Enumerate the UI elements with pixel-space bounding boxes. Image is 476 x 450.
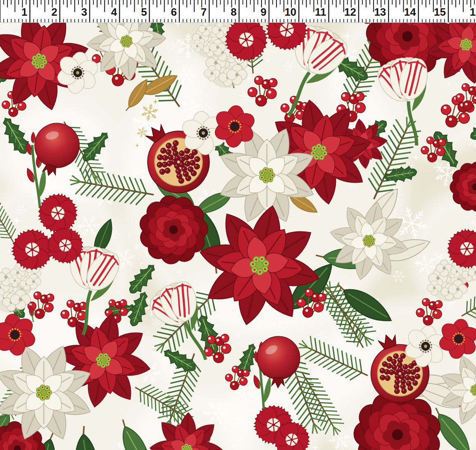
ruler-scale: 1234567891011121314151 bbox=[0, 0, 476, 23]
ruler-number: 2 bbox=[51, 6, 57, 18]
ruler-number: 15 bbox=[434, 6, 446, 18]
inch-ruler: 1234567891011121314151 bbox=[0, 0, 476, 23]
ruler-number: 7 bbox=[201, 6, 207, 18]
ruler-number: 12 bbox=[344, 6, 356, 18]
ruler-number: 6 bbox=[171, 6, 177, 18]
ruler-number: 4 bbox=[111, 6, 117, 18]
ruler-number: 9 bbox=[261, 6, 267, 18]
ruler-number: 14 bbox=[404, 6, 416, 18]
ruler-number: 5 bbox=[141, 6, 147, 18]
ruler-number: 11 bbox=[315, 6, 326, 18]
ruler-number: 8 bbox=[231, 6, 236, 18]
ruler-number: 10 bbox=[284, 6, 296, 18]
ruler-number-edge: 1 bbox=[470, 6, 476, 18]
christmas-floral-fabric bbox=[0, 23, 476, 450]
floral-pattern-canvas bbox=[0, 23, 476, 450]
ruler-number: 3 bbox=[81, 6, 87, 18]
fabric-swatch-photo: 1234567891011121314151 bbox=[0, 0, 476, 450]
ruler-number: 1 bbox=[21, 6, 27, 18]
ruler-number: 13 bbox=[374, 6, 386, 18]
